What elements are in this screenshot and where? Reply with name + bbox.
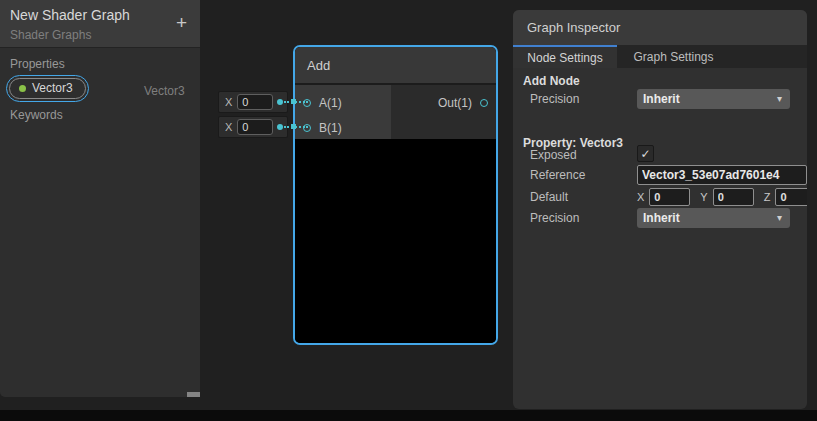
input-port-column: A(1) B(1)	[295, 85, 391, 139]
resize-handle[interactable]	[187, 392, 200, 397]
default-x-input[interactable]	[649, 188, 690, 206]
add-property-button[interactable]: +	[176, 13, 187, 33]
property-pill-label: Vector3	[32, 81, 73, 95]
port-field-b-input[interactable]	[237, 119, 273, 135]
add-node-header[interactable]: Add	[295, 47, 496, 85]
port-row-b: B(1)	[295, 115, 391, 140]
output-port-column: Out(1)	[391, 85, 496, 139]
chevron-down-icon: ▾	[777, 94, 782, 104]
add-node[interactable]: Add A(1) B(1) Out(1)	[293, 45, 498, 345]
reference-label: Reference	[530, 168, 585, 182]
port-field-a-connector-dot[interactable]	[277, 99, 283, 105]
input-port-a-label: A(1)	[319, 96, 342, 110]
property-precision-dropdown[interactable]: Inherit ▾	[637, 208, 790, 228]
add-node-ports: A(1) B(1) Out(1)	[295, 85, 496, 139]
default-vector3-fields: X Y Z	[637, 188, 807, 206]
add-node-section-heading: Add Node	[523, 74, 580, 88]
add-node-precision-dropdown[interactable]: Inherit ▾	[637, 89, 790, 109]
properties-section-label: Properties	[10, 57, 65, 71]
graph-inspector-header[interactable]: Graph Inspector	[513, 10, 807, 45]
default-y-input[interactable]	[713, 188, 754, 206]
graph-inspector-title: Graph Inspector	[527, 20, 620, 35]
port-field-b: X	[218, 116, 288, 138]
port-field-a: X	[218, 91, 288, 113]
exposed-checkbox[interactable]: ✓	[637, 145, 654, 162]
property-type-label: Vector3	[144, 84, 185, 98]
chevron-down-icon: ▾	[777, 213, 782, 223]
reference-input[interactable]	[637, 165, 807, 185]
default-z-input[interactable]	[775, 188, 807, 206]
port-row-a: A(1)	[295, 90, 391, 115]
exposed-label: Exposed	[530, 148, 577, 162]
node-preview	[295, 141, 496, 343]
graph-title: New Shader Graph	[10, 7, 130, 23]
add-node-title: Add	[307, 58, 330, 73]
bottom-bar	[0, 410, 817, 421]
output-port-label: Out(1)	[438, 96, 472, 110]
blackboard-header: New Shader Graph Shader Graphs +	[0, 0, 200, 48]
property-precision-label: Precision	[530, 211, 579, 225]
port-row-out: Out(1)	[391, 90, 496, 115]
add-node-precision-label: Precision	[530, 92, 579, 106]
property-color-dot	[19, 85, 26, 92]
graph-subtitle: Shader Graphs	[10, 28, 91, 42]
inspector-tab-bar: Node Settings Graph Settings	[513, 45, 807, 68]
default-y-label: Y	[700, 191, 707, 203]
blackboard-panel: New Shader Graph Shader Graphs + Propert…	[0, 0, 200, 397]
edge-a-border-square	[291, 99, 296, 104]
edge-a-connection[interactable]	[284, 101, 308, 103]
edge-b-connection[interactable]	[284, 126, 308, 128]
port-field-a-label: X	[225, 96, 232, 108]
property-pill-vector3[interactable]: Vector3	[6, 75, 89, 102]
keywords-section-label: Keywords	[10, 108, 63, 122]
tab-graph-settings[interactable]: Graph Settings	[617, 45, 730, 68]
port-field-b-label: X	[225, 121, 232, 133]
add-node-precision-value: Inherit	[643, 92, 680, 106]
property-precision-value: Inherit	[643, 211, 680, 225]
output-port[interactable]	[480, 99, 488, 107]
edge-b-border-square	[291, 124, 296, 129]
default-z-label: Z	[764, 191, 771, 203]
default-label: Default	[530, 190, 568, 204]
graph-inspector-panel: Graph Inspector Node Settings Graph Sett…	[513, 10, 807, 409]
port-field-a-input[interactable]	[237, 94, 273, 110]
port-field-b-connector-dot[interactable]	[277, 124, 283, 130]
tab-node-settings[interactable]: Node Settings	[513, 45, 617, 68]
checkmark-icon: ✓	[640, 148, 650, 160]
default-x-label: X	[637, 191, 644, 203]
input-port-b-label: B(1)	[319, 121, 342, 135]
